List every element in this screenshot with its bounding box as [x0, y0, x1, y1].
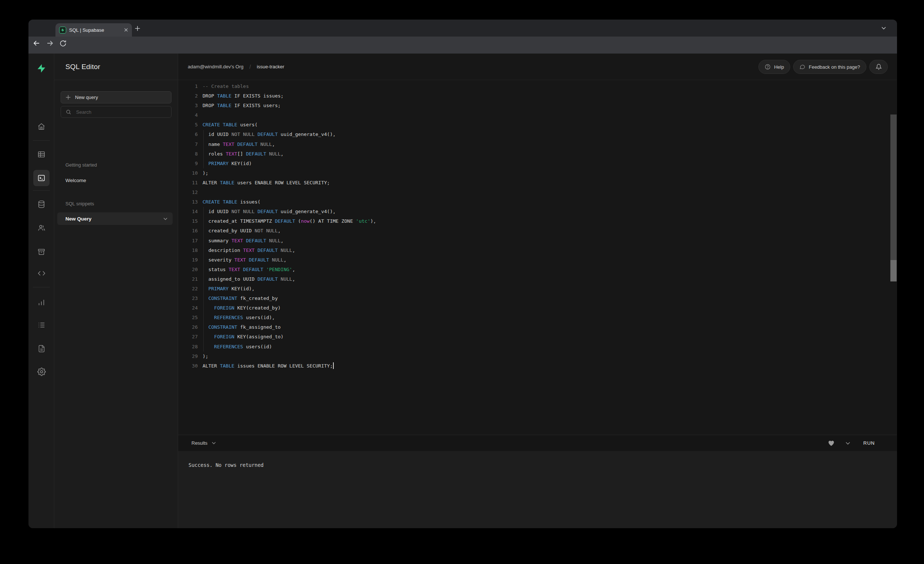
section-label-sql-snippets: SQL snippets [65, 201, 94, 206]
section-label-getting-started: Getting started [65, 162, 97, 168]
nav-api-icon[interactable] [28, 269, 54, 277]
nav-storage-icon[interactable] [28, 248, 54, 256]
line-number: 26 [178, 322, 198, 332]
nav-database-icon[interactable] [28, 200, 54, 208]
results-toolbar: Results RUN [178, 435, 897, 451]
code-line-14[interactable]: 14 id UUID NOT NULL DEFAULT uuid_generat… [178, 207, 897, 217]
rail-divider [33, 141, 50, 141]
code-line-7[interactable]: 7 name TEXT DEFAULT NULL, [178, 140, 897, 149]
nav-api-docs-icon[interactable] [28, 345, 54, 353]
sidebar-item-new-query[interactable]: New Query [57, 212, 172, 225]
code-line-10[interactable]: 10); [178, 168, 897, 178]
line-number: 9 [178, 159, 198, 168]
code-line-18[interactable]: 18 description TEXT DEFAULT NULL, [178, 245, 897, 255]
line-number: 1 [178, 82, 198, 91]
back-icon[interactable] [33, 39, 40, 47]
nav-table-editor-icon[interactable] [28, 150, 54, 159]
code-line-30[interactable]: 30ALTER TABLE issues ENABLE ROW LEVEL SE… [178, 361, 897, 371]
code-line-26[interactable]: 26 CONSTRAINT fk_assigned_to [178, 322, 897, 332]
line-number: 3 [178, 101, 198, 111]
new-query-button[interactable]: New query [61, 91, 171, 103]
code-line-17[interactable]: 17 summary TEXT DEFAULT NULL, [178, 236, 897, 245]
code-line-21[interactable]: 21 assigned_to UUID DEFAULT NULL, [178, 274, 897, 284]
code-line-8[interactable]: 8 roles TEXT[] DEFAULT NULL, [178, 149, 897, 159]
code-line-13[interactable]: 13CREATE TABLE issues( [178, 197, 897, 207]
code-line-27[interactable]: 27 FOREIGN KEY(assigned_to) [178, 332, 897, 342]
line-number: 23 [178, 294, 198, 303]
tab-title: SQL | Supabase [69, 27, 124, 33]
code-line-5[interactable]: 5CREATE TABLE users( [178, 120, 897, 130]
code-line-3[interactable]: 3DROP TABLE IF EXISTS users; [178, 101, 897, 111]
supabase-logo-icon[interactable] [28, 64, 54, 73]
scrollbar-thumb[interactable] [890, 115, 897, 260]
nav-reports-icon[interactable] [28, 298, 54, 307]
text-cursor [333, 362, 334, 369]
favorite-heart-icon[interactable] [828, 440, 834, 446]
line-number: 10 [178, 168, 198, 178]
code-line-9[interactable]: 9 PRIMARY KEY(id) [178, 159, 897, 168]
code-line-25[interactable]: 25 REFERENCES users(id), [178, 313, 897, 322]
code-line-11[interactable]: 11ALTER TABLE users ENABLE ROW LEVEL SEC… [178, 178, 897, 188]
run-options-chevron-icon[interactable] [846, 442, 850, 445]
results-dropdown[interactable]: Results [192, 440, 216, 446]
code-lines: 1-- Create tables2DROP TABLE IF EXISTS i… [178, 82, 897, 371]
code-line-15[interactable]: 15 created_at TIMESTAMPTZ DEFAULT (now()… [178, 217, 897, 226]
line-number: 29 [178, 352, 198, 361]
line-number: 14 [178, 207, 198, 217]
search-input[interactable] [75, 109, 157, 115]
line-number: 24 [178, 303, 198, 313]
run-button[interactable]: RUN [861, 440, 877, 446]
results-output: Success. No rows returned [178, 451, 897, 528]
forward-icon[interactable] [46, 39, 54, 47]
tab-search-chevron-icon[interactable] [882, 27, 886, 30]
code-line-22[interactable]: 22 PRIMARY KEY(id), [178, 284, 897, 294]
nav-settings-icon[interactable] [28, 368, 54, 376]
notifications-bell-icon[interactable] [869, 60, 888, 74]
code-line-24[interactable]: 24 FOREIGN KEY(created_by) [178, 303, 897, 313]
line-number: 30 [178, 361, 198, 371]
line-number: 5 [178, 120, 198, 130]
project-header: adam@windmill.dev's Org / issue-tracker … [178, 54, 897, 80]
help-button[interactable]: Help [758, 60, 790, 74]
chevron-down-icon[interactable] [164, 218, 167, 220]
rail-divider [33, 190, 50, 191]
line-number: 18 [178, 245, 198, 255]
code-line-19[interactable]: 19 severity TEXT DEFAULT NULL, [178, 255, 897, 265]
code-line-20[interactable]: 20 status TEXT DEFAULT 'PENDING', [178, 265, 897, 274]
snippet-search[interactable] [61, 106, 171, 118]
code-line-16[interactable]: 16 created_by UUID NOT NULL, [178, 226, 897, 236]
nav-sql-editor-icon[interactable] [33, 170, 50, 186]
results-message: Success. No rows returned [189, 462, 264, 468]
code-line-4[interactable]: 4 [178, 111, 897, 120]
nav-logs-icon[interactable] [28, 321, 54, 329]
code-line-29[interactable]: 29); [178, 352, 897, 361]
reload-icon[interactable] [60, 40, 66, 47]
line-number: 21 [178, 274, 198, 284]
line-number: 6 [178, 130, 198, 139]
nav-authentication-icon[interactable] [28, 224, 54, 232]
sidebar-item-welcome[interactable]: Welcome [65, 178, 86, 183]
code-line-2[interactable]: 2DROP TABLE IF EXISTS issues; [178, 91, 897, 101]
search-icon [66, 109, 71, 115]
feedback-button[interactable]: Feedback on this page? [793, 60, 866, 74]
rail-divider [33, 287, 50, 287]
code-line-28[interactable]: 28 REFERENCES users(id) [178, 342, 897, 352]
breadcrumb-org[interactable]: adam@windmill.dev's Org [188, 64, 244, 69]
sql-editor-panel: SQL Editor New query Getting started Wel… [54, 54, 178, 528]
breadcrumb-project[interactable]: issue-tracker [257, 64, 284, 69]
scrollbar-thumb-inner[interactable] [890, 260, 897, 281]
code-line-23[interactable]: 23 CONSTRAINT fk_created_by [178, 294, 897, 303]
code-line-1[interactable]: 1-- Create tables [178, 82, 897, 91]
tab-close-icon[interactable] [124, 28, 128, 32]
sql-code-editor[interactable]: 1-- Create tables2DROP TABLE IF EXISTS i… [178, 80, 897, 401]
line-number: 20 [178, 265, 198, 274]
code-line-12[interactable]: 12 [178, 188, 897, 197]
chevron-down-icon [212, 442, 216, 444]
supabase-app: SQL Editor New query Getting started Wel… [28, 54, 897, 528]
nav-home-icon[interactable] [28, 123, 54, 131]
new-tab-icon[interactable] [135, 26, 140, 31]
line-number: 4 [178, 111, 198, 120]
code-line-6[interactable]: 6 id UUID NOT NULL DEFAULT uuid_generate… [178, 130, 897, 139]
browser-tab[interactable]: SQL | Supabase [56, 23, 132, 37]
panel-header: SQL Editor [54, 54, 178, 80]
